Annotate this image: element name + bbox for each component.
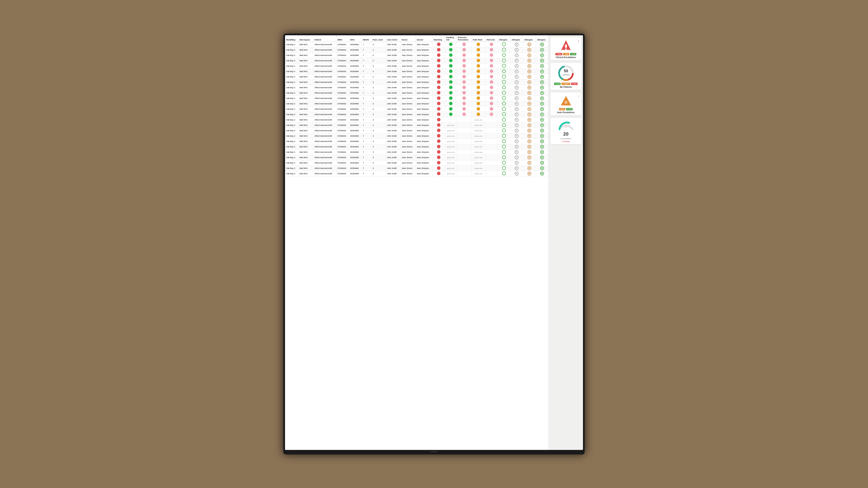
cell-indicator: ⊕ xyxy=(536,63,548,69)
monitor-frame: Ward/Bay Bed Space Patient MRN NHS NEWS … xyxy=(283,34,585,455)
cell-nhs: 45354984 xyxy=(349,79,362,85)
cell-indicator: green-dot xyxy=(445,128,457,133)
table-row[interactable]: Oak Bay 3Bed MH1Alfred Hammersmith076364… xyxy=(285,144,549,149)
cell-caregiver: John Smith xyxy=(386,144,400,149)
cell-pressure xyxy=(457,128,471,133)
cell-indicator: green-dot xyxy=(445,149,457,155)
table-row[interactable]: Oak Bay 3Bed MH1Alfred Hammersmith076364… xyxy=(285,123,549,128)
cell-indicator xyxy=(433,74,445,79)
cell-indicator xyxy=(433,112,445,117)
cell-indicator: ⊕ xyxy=(536,123,548,128)
my-tasks-widget: ♥ 20 in next 30min 1 overdue xyxy=(551,118,581,144)
table-row[interactable]: Oak Bay 3Bed MH1Alfred Hammersmith076364… xyxy=(285,112,549,117)
cell-indicator xyxy=(498,101,510,106)
cell-indicator xyxy=(498,53,510,58)
cell-indicator xyxy=(457,47,471,53)
cell-news: 7 xyxy=(362,112,372,117)
auto-badge-med: 1 MED xyxy=(559,108,565,110)
cell-bed: Bed MH1 xyxy=(298,74,313,79)
cell-indicator: ⊕ xyxy=(523,90,536,96)
cell-ward: Oak Bay 3 xyxy=(285,112,298,117)
table-row[interactable]: Oak Bay 3Bed MH1Alfred Hammersmith076364… xyxy=(285,58,549,63)
table-row[interactable]: Oak Bay 3Bed MH1Alfred Hammersmith076364… xyxy=(285,149,549,155)
cell-indicator xyxy=(457,74,471,79)
table-row[interactable]: Oak Bay 3Bed MH1Alfred Hammersmith076364… xyxy=(285,96,549,101)
patients-circle-chart: 50 patients xyxy=(557,65,575,82)
cell-pain: 3 xyxy=(371,85,386,90)
cell-patient: Alfred Hammersmith xyxy=(313,149,336,155)
cell-caregiver: John Smith xyxy=(386,155,400,160)
cell-nurse: Joan Simms xyxy=(400,96,415,101)
cell-pain: 3 xyxy=(371,128,386,133)
cell-indicator xyxy=(457,96,471,101)
cell-indicator xyxy=(498,117,510,123)
cell-mrn: 07636454 xyxy=(336,42,349,47)
table-row[interactable]: Oak Bay 3Bed MH1Alfred Hammersmith076364… xyxy=(285,165,549,171)
cell-indicator: ✕ xyxy=(510,128,523,133)
cell-mrn: 07636454 xyxy=(336,165,349,171)
table-row[interactable]: Oak Bay 3Bed MH1Alfred Hammersmith076364… xyxy=(285,53,549,58)
svg-rect-2 xyxy=(565,48,567,50)
table-row[interactable]: Oak Bay 3Bed MH1Alfred Hammersmith076364… xyxy=(285,171,549,176)
table-container[interactable]: Ward/Bay Bed Space Patient MRN NHS NEWS … xyxy=(285,35,549,450)
table-row[interactable]: Oak Bay 3Bed MH1Alfred Hammersmith076364… xyxy=(285,117,549,123)
col-bed: Bed Space xyxy=(298,35,313,42)
cell-mrn: 07636454 xyxy=(336,112,349,117)
cell-indicator: ✕ xyxy=(510,165,523,171)
cell-caregiver: John Smith xyxy=(386,42,400,47)
cell-patient: Alfred Hammersmith xyxy=(313,85,336,90)
cell-indicator xyxy=(498,112,510,117)
cell-bed: Bed MH1 xyxy=(298,42,313,47)
table-row[interactable]: Oak Bay 3Bed MH1Alfred Hammersmith076364… xyxy=(285,90,549,96)
cell-ward: Oak Bay 3 xyxy=(285,171,298,176)
table-row[interactable]: Oak Bay 3Bed MH1Alfred Hammersmith076364… xyxy=(285,160,549,165)
table-row[interactable]: Oak Bay 3Bed MH1Alfred Hammersmith076364… xyxy=(285,74,549,79)
cell-indicator: amber-dot xyxy=(472,128,486,133)
cell-ward: Oak Bay 3 xyxy=(285,101,298,106)
cell-indicator: ⊕ xyxy=(536,133,548,138)
table-row[interactable]: Oak Bay 3Bed MH1Alfred Hammersmith076364… xyxy=(285,133,549,138)
cell-indicator: ✕ xyxy=(510,112,523,117)
cell-indicator: amber-dot xyxy=(472,155,486,160)
table-row[interactable]: Oak Bay 3Bed MH1Alfred Hammersmith076364… xyxy=(285,106,549,112)
table-row[interactable]: Oak Bay 3Bed MH1Alfred Hammersmith076364… xyxy=(285,47,549,53)
cell-indicator xyxy=(433,101,445,106)
cell-nurse: Joan Simms xyxy=(400,53,415,58)
cell-nurse: Joan Simms xyxy=(400,106,415,112)
table-row[interactable]: Oak Bay 3Bed MH1Alfred Hammersmith076364… xyxy=(285,138,549,144)
table-row[interactable]: Oak Bay 3Bed MH1Alfred Hammersmith076364… xyxy=(285,155,549,160)
table-row[interactable]: Oak Bay 3Bed MH1Alfred Hammersmith076364… xyxy=(285,79,549,85)
cell-bed: Bed MH1 xyxy=(298,106,313,112)
cell-nurse: Joan Simms xyxy=(400,133,415,138)
cell-bed: Bed MH1 xyxy=(298,138,313,144)
cell-indicator: ⊕ xyxy=(523,138,536,144)
cell-ward: Oak Bay 3 xyxy=(285,165,298,171)
table-row[interactable]: Oak Bay 3Bed MH1Alfred Hammersmith076364… xyxy=(285,101,549,106)
cell-nhs: 45354984 xyxy=(349,101,362,106)
cell-pinkdot xyxy=(485,144,497,149)
cell-nurse: Joan Simms xyxy=(400,160,415,165)
table-row[interactable]: Oak Bay 3Bed MH1Alfred Hammersmith076364… xyxy=(285,69,549,74)
cell-ward: Oak Bay 3 xyxy=(285,123,298,128)
cell-doctor: Jane Simpson xyxy=(415,133,432,138)
patients-badge-high: 5 HIGH xyxy=(571,83,578,85)
cell-nhs: 45354984 xyxy=(349,133,362,138)
cell-patient: Alfred Hammersmith xyxy=(313,171,336,176)
cell-patient: Alfred Hammersmith xyxy=(313,69,336,74)
cell-indicator: amber-dot xyxy=(472,117,486,123)
cell-indicator xyxy=(433,165,445,171)
cell-indicator xyxy=(433,90,445,96)
table-row[interactable]: Oak Bay 3Bed MH1Alfred Hammersmith076364… xyxy=(285,85,549,90)
cell-caregiver: John Smith xyxy=(386,128,400,133)
cell-nhs: 45354984 xyxy=(349,74,362,79)
cell-indicator xyxy=(445,101,457,106)
table-row[interactable]: Oak Bay 3Bed MH1Alfred Hammersmith076364… xyxy=(285,42,549,47)
cell-mrn: 07636454 xyxy=(336,160,349,165)
table-row[interactable]: Oak Bay 3Bed MH1Alfred Hammersmith076364… xyxy=(285,128,549,133)
cell-mrn: 07636454 xyxy=(336,155,349,160)
cell-news: 7 xyxy=(362,90,372,96)
cell-nurse: Joan Simms xyxy=(400,138,415,144)
table-row[interactable]: Oak Bay 3Bed MH1Alfred Hammersmith076364… xyxy=(285,63,549,69)
cell-indicator xyxy=(433,106,445,112)
cell-pain: 3 xyxy=(371,79,386,85)
